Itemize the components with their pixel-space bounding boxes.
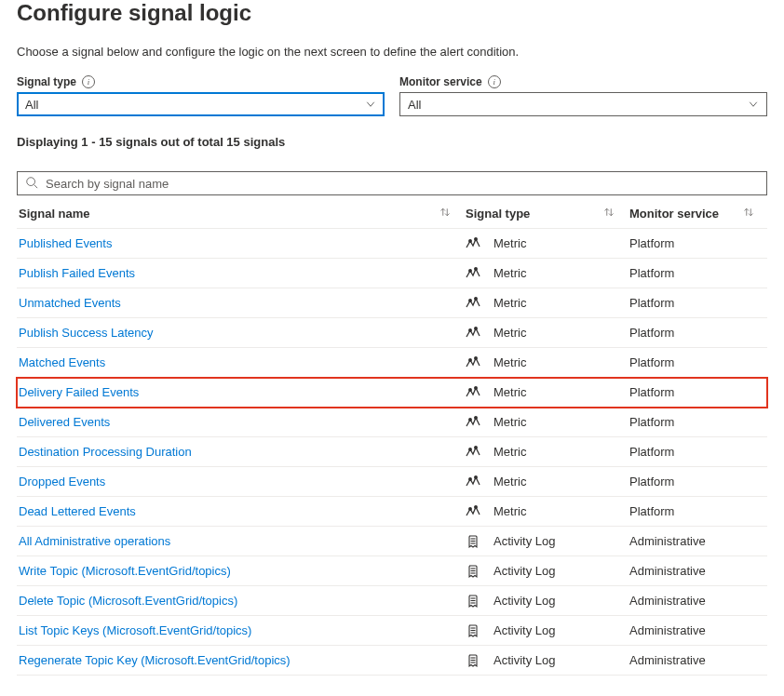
info-icon[interactable]: i bbox=[82, 75, 95, 88]
monitor-service-value: Platform bbox=[629, 475, 674, 489]
signal-link[interactable]: Matched Events bbox=[19, 355, 105, 369]
panel-description: Choose a signal below and configure the … bbox=[17, 45, 767, 59]
sort-icon bbox=[743, 207, 754, 221]
metric-icon bbox=[466, 385, 480, 400]
signal-type-value: Metric bbox=[493, 236, 526, 250]
signal-link[interactable]: All Administrative operations bbox=[19, 534, 170, 548]
column-header-service[interactable]: Monitor service bbox=[628, 199, 767, 229]
svg-point-18 bbox=[469, 358, 472, 361]
svg-point-17 bbox=[475, 327, 478, 329]
signal-type-select[interactable]: All bbox=[17, 92, 385, 116]
signal-type-value: All bbox=[25, 98, 38, 112]
svg-point-24 bbox=[469, 448, 472, 450]
column-header-type[interactable]: Signal type bbox=[464, 199, 628, 229]
metric-icon bbox=[466, 355, 480, 370]
svg-point-15 bbox=[475, 297, 478, 300]
search-input[interactable] bbox=[44, 176, 759, 192]
signal-type-value: Metric bbox=[493, 385, 526, 399]
monitor-service-value: Platform bbox=[629, 385, 674, 399]
close-button[interactable] bbox=[756, 4, 767, 30]
chevron-down-icon bbox=[365, 99, 376, 110]
signal-link[interactable]: Delivered Events bbox=[19, 415, 110, 429]
table-row: Delivery Failed Events MetricPlatform bbox=[17, 378, 767, 408]
monitor-service-value: Platform bbox=[629, 236, 674, 250]
table-row: Regenerate Topic Key (Microsoft.EventGri… bbox=[17, 646, 767, 676]
monitor-service-value: Platform bbox=[629, 415, 674, 429]
signal-type-value: Metric bbox=[493, 266, 526, 280]
signal-link[interactable]: Published Events bbox=[19, 236, 112, 250]
table-row: Write Topic (Microsoft.EventGrid/topics)… bbox=[17, 556, 767, 586]
monitor-service-value: Administrative bbox=[629, 534, 706, 548]
monitor-service-value: Platform bbox=[629, 326, 674, 340]
monitor-service-value: Administrative bbox=[629, 653, 706, 667]
metric-icon bbox=[466, 475, 480, 489]
signal-type-value: Metric bbox=[493, 355, 526, 369]
signal-link[interactable]: Unmatched Events bbox=[19, 296, 121, 310]
chevron-down-icon bbox=[748, 99, 759, 110]
signal-link[interactable]: Delete Topic (Microsoft.EventGrid/topics… bbox=[19, 594, 237, 608]
panel-header: Configure signal logic bbox=[17, 0, 767, 45]
info-icon[interactable]: i bbox=[488, 75, 501, 88]
signal-link[interactable]: Delivery Failed Events bbox=[19, 385, 139, 399]
svg-point-20 bbox=[469, 388, 472, 391]
metric-icon bbox=[466, 415, 480, 430]
activity-log-icon bbox=[466, 564, 480, 579]
monitor-service-value: Administrative bbox=[629, 594, 706, 608]
table-row: All Administrative operations Activity L… bbox=[17, 527, 767, 556]
svg-point-27 bbox=[475, 475, 478, 478]
monitor-service-value: Administrative bbox=[629, 623, 706, 637]
signal-type-value: Metric bbox=[493, 415, 526, 429]
table-row: Destination Processing Duration MetricPl… bbox=[17, 437, 767, 467]
svg-point-26 bbox=[469, 477, 472, 480]
table-row: Publish Success Latency MetricPlatform bbox=[17, 318, 767, 348]
metric-icon bbox=[466, 445, 480, 460]
signal-link[interactable]: Publish Success Latency bbox=[19, 326, 154, 340]
table-row: Unmatched Events MetricPlatform bbox=[17, 288, 767, 318]
search-icon bbox=[25, 176, 38, 192]
sort-icon bbox=[439, 207, 451, 221]
page-title: Configure signal logic bbox=[17, 0, 251, 26]
svg-point-29 bbox=[475, 505, 478, 508]
search-box[interactable] bbox=[17, 171, 767, 195]
signal-link[interactable]: Dead Lettered Events bbox=[19, 504, 136, 518]
svg-point-13 bbox=[475, 267, 478, 270]
svg-point-11 bbox=[475, 237, 478, 240]
column-header-name[interactable]: Signal name bbox=[17, 199, 464, 229]
monitor-service-label: Monitor service bbox=[399, 75, 482, 88]
svg-point-28 bbox=[469, 507, 472, 510]
signal-type-value: Metric bbox=[493, 475, 526, 489]
table-row: Delivered Events MetricPlatform bbox=[17, 408, 767, 437]
metric-icon bbox=[466, 236, 480, 251]
signal-link[interactable]: Regenerate Topic Key (Microsoft.EventGri… bbox=[19, 653, 291, 667]
svg-point-21 bbox=[475, 386, 478, 389]
svg-point-12 bbox=[469, 269, 472, 272]
signal-type-value: Activity Log bbox=[493, 534, 555, 548]
monitor-service-value: All bbox=[408, 98, 421, 112]
monitor-service-value: Platform bbox=[629, 504, 674, 518]
monitor-service-value: Platform bbox=[629, 266, 674, 280]
metric-icon bbox=[466, 504, 480, 519]
sort-icon bbox=[603, 207, 615, 221]
signal-link[interactable]: Dropped Events bbox=[19, 475, 105, 489]
monitor-service-select[interactable]: All bbox=[399, 92, 767, 116]
svg-point-14 bbox=[469, 299, 472, 301]
monitor-service-value: Platform bbox=[629, 445, 674, 459]
signal-type-value: Metric bbox=[493, 296, 526, 310]
svg-point-2 bbox=[27, 177, 35, 185]
signal-link[interactable]: Write Topic (Microsoft.EventGrid/topics) bbox=[19, 564, 231, 578]
table-row: Dropped Events MetricPlatform bbox=[17, 467, 767, 497]
svg-point-10 bbox=[469, 239, 472, 242]
signal-link[interactable]: List Topic Keys (Microsoft.EventGrid/top… bbox=[19, 623, 251, 637]
table-row: Matched Events MetricPlatform bbox=[17, 348, 767, 378]
monitor-service-value: Administrative bbox=[629, 564, 706, 578]
signal-type-value: Activity Log bbox=[493, 623, 555, 637]
table-row: List Topic Keys (Microsoft.EventGrid/top… bbox=[17, 616, 767, 646]
signal-type-value: Metric bbox=[493, 445, 526, 459]
signal-link[interactable]: Publish Failed Events bbox=[19, 266, 135, 280]
signal-type-label: Signal type bbox=[17, 75, 76, 88]
svg-point-23 bbox=[475, 416, 478, 419]
svg-point-16 bbox=[469, 328, 472, 331]
signal-link[interactable]: Destination Processing Duration bbox=[19, 445, 192, 459]
activity-log-icon bbox=[466, 653, 480, 668]
signal-type-value: Metric bbox=[493, 504, 526, 518]
